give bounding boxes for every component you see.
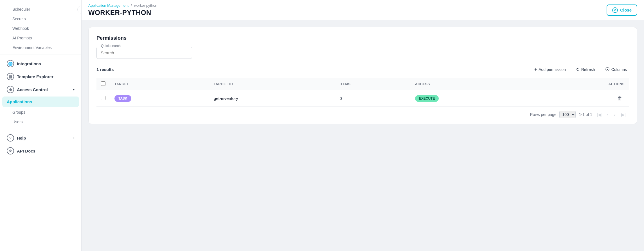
th-items: ITEMS (335, 78, 410, 90)
breadcrumb: Application Management / worker-python (88, 3, 157, 8)
last-page-button[interactable]: ▶| (620, 111, 627, 118)
close-button[interactable]: ✕ Close (607, 5, 637, 16)
sidebar-item-label: Secrets (12, 17, 26, 21)
sidebar-item-scheduler[interactable]: Scheduler (0, 5, 81, 14)
breadcrumb-current: worker-python (134, 3, 157, 8)
main-content: Application Management / worker-python W… (82, 0, 644, 251)
page-info: 1-1 of 1 (579, 112, 592, 117)
globe-icon: 🌐 (7, 60, 14, 67)
sidebar-item-access-control[interactable]: ⊕ Access Control ▾ (0, 83, 81, 96)
next-page-button[interactable]: › (613, 111, 617, 118)
rows-per-page: Rows per page: 100 50 25 (530, 111, 575, 118)
th-target-id: TARGET ID (209, 78, 335, 90)
template-icon: ▦ (7, 73, 14, 80)
th-checkbox (96, 78, 110, 90)
access-control-children: Applications Groups Users (0, 96, 81, 127)
sidebar-item-label: Help (17, 136, 71, 140)
prev-page-button[interactable]: ‹ (606, 111, 609, 118)
actions-cell: 🗑 (534, 90, 629, 107)
sidebar-item-label: Users (12, 120, 23, 124)
sidebar-item-label: Access Control (17, 87, 70, 92)
refresh-button[interactable]: ↻ Refresh (574, 66, 597, 73)
plus-icon: + (534, 67, 537, 72)
sidebar-item-label: Template Explorer (17, 74, 53, 79)
sidebar-item-webhook[interactable]: Webhook (0, 24, 81, 33)
close-label: Close (620, 8, 632, 12)
header-left: Application Management / worker-python W… (88, 3, 157, 17)
sidebar-item-label: API Docs (17, 149, 35, 153)
target-id-cell: get-inventory (209, 90, 335, 107)
sidebar-item-label: AI Prompts (12, 36, 32, 40)
lock-icon: ⊕ (7, 86, 14, 93)
sidebar-item-integrations[interactable]: 🌐 Integrations (0, 57, 81, 70)
row-checkbox-cell (96, 90, 110, 107)
sidebar-item-env-vars[interactable]: Environment Variables (0, 43, 81, 52)
access-badge: EXECUTE (415, 95, 439, 102)
breadcrumb-parent[interactable]: Application Management (88, 3, 129, 8)
close-icon: ✕ (612, 7, 618, 13)
sidebar-item-label: Scheduler (12, 7, 30, 12)
page-title: WORKER-PYTHON (88, 9, 157, 17)
search-input[interactable] (96, 47, 192, 59)
sidebar-item-secrets[interactable]: Secrets (0, 14, 81, 24)
table-header-row: TARGET... TARGET ID ITEMS ACCESS ACTIONS (96, 78, 629, 90)
chevron-right-icon: › (73, 136, 75, 140)
search-label: Quick search (100, 44, 122, 48)
add-permission-button[interactable]: + Add permission (532, 66, 568, 73)
table-toolbar: 1 results + Add permission ↻ Refresh ⦿ C… (96, 66, 629, 73)
rows-per-page-select[interactable]: 100 50 25 (559, 111, 576, 118)
items-value: 0 (339, 96, 342, 101)
first-page-button[interactable]: |◀ (596, 111, 602, 118)
row-checkbox[interactable] (101, 96, 105, 100)
rows-per-page-label: Rows per page: (530, 112, 557, 117)
chevron-left-icon: ‹ (81, 8, 82, 12)
select-all-checkbox[interactable] (101, 81, 105, 86)
th-access: ACCESS (411, 78, 534, 90)
pagination-row: Rows per page: 100 50 25 1-1 of 1 |◀ ‹ ›… (96, 107, 629, 118)
target-id-value: get-inventory (214, 96, 238, 101)
columns-label: Columns (611, 67, 627, 72)
search-wrapper: Quick search (96, 47, 192, 59)
sidebar: ‹ Scheduler Secrets Webhook AI Prompts E… (0, 0, 82, 251)
page-content: Permissions Quick search 1 results + Add… (82, 20, 644, 251)
sidebar-item-help[interactable]: ? Help › (0, 131, 81, 144)
sidebar-item-groups[interactable]: Groups (0, 107, 81, 117)
toolbar-actions: + Add permission ↻ Refresh ⦿ Columns (532, 66, 629, 73)
th-actions: ACTIONS (534, 78, 629, 90)
permissions-title: Permissions (96, 35, 629, 41)
th-target: TARGET... (110, 78, 209, 90)
add-permission-label: Add permission (539, 67, 566, 72)
target-badge: TASK (114, 95, 131, 102)
sidebar-item-label: Webhook (12, 26, 29, 31)
access-badge-cell: EXECUTE (411, 90, 534, 107)
breadcrumb-separator: / (131, 3, 132, 8)
permissions-table: TARGET... TARGET ID ITEMS ACCESS ACTIONS (96, 78, 629, 107)
sidebar-item-label: Groups (12, 110, 25, 115)
items-cell: 0 (335, 90, 410, 107)
permissions-card: Permissions Quick search 1 results + Add… (88, 27, 637, 124)
sidebar-item-api-docs[interactable]: ⚙ API Docs (0, 144, 81, 157)
chevron-down-icon: ▾ (73, 88, 75, 91)
sidebar-item-label: Applications (7, 99, 32, 104)
sidebar-item-ai-prompts[interactable]: AI Prompts (0, 33, 81, 43)
sidebar-item-template-explorer[interactable]: ▦ Template Explorer (0, 70, 81, 83)
columns-button[interactable]: ⦿ Columns (603, 66, 629, 73)
delete-row-button[interactable]: 🗑 (615, 94, 625, 102)
target-badge-cell: TASK (110, 90, 209, 107)
sidebar-item-applications[interactable]: Applications (2, 97, 79, 107)
topbar: Application Management / worker-python W… (82, 0, 644, 20)
refresh-label: Refresh (581, 67, 595, 72)
table-row: TASK get-inventory 0 EXECUTE 🗑 (96, 90, 629, 107)
sidebar-item-label: Environment Variables (12, 45, 52, 50)
sidebar-item-users[interactable]: Users (0, 117, 81, 127)
api-icon: ⚙ (7, 147, 14, 154)
columns-icon: ⦿ (605, 67, 610, 72)
sidebar-item-label: Integrations (17, 61, 41, 66)
results-count: 1 results (96, 67, 114, 72)
help-icon: ? (7, 134, 14, 142)
refresh-icon: ↻ (576, 67, 580, 72)
